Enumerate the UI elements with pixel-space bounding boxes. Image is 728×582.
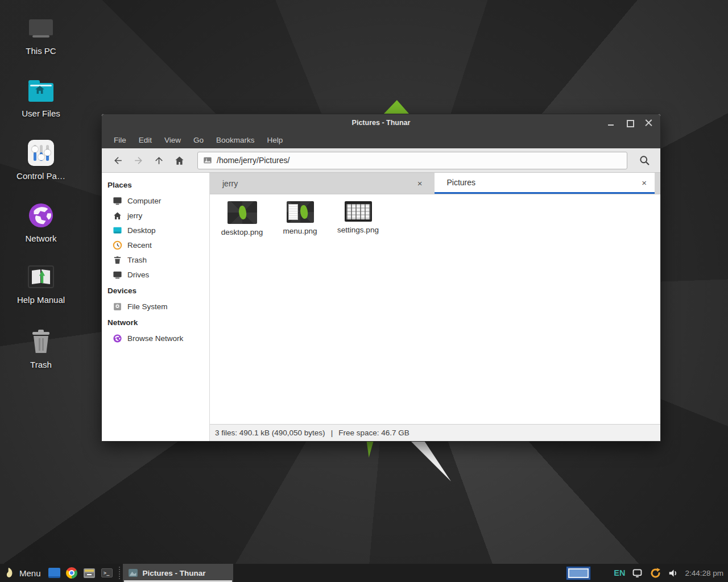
sliders-icon bbox=[27, 140, 55, 166]
trash-icon bbox=[27, 329, 55, 355]
close-button[interactable] bbox=[645, 119, 652, 127]
update-manager-icon[interactable] bbox=[650, 567, 661, 579]
menu-button-label: Menu bbox=[19, 568, 41, 578]
menu-button[interactable]: Menu bbox=[0, 564, 46, 582]
status-separator: | bbox=[331, 429, 333, 437]
desktop-icon-trash[interactable]: Trash bbox=[11, 329, 71, 369]
menu-help[interactable]: Help bbox=[261, 131, 289, 148]
desktop-icon-control-panel[interactable]: Control Pa… bbox=[11, 140, 71, 181]
task-button-label: Pictures - Thunar bbox=[143, 569, 206, 577]
sidebar-header-network: Network bbox=[102, 314, 209, 331]
show-desktop-launcher[interactable] bbox=[46, 564, 63, 582]
clock[interactable]: 2:44:28 pm bbox=[685, 569, 723, 577]
workspace-1[interactable] bbox=[568, 568, 589, 578]
globe-icon bbox=[113, 334, 122, 343]
sidebar-item-label: Desktop bbox=[127, 226, 156, 235]
sidebar-item-browse-network[interactable]: Browse Network bbox=[102, 331, 209, 346]
home-button[interactable] bbox=[169, 151, 189, 169]
terminal-launcher[interactable]: >_ bbox=[98, 564, 116, 582]
chrome-icon bbox=[66, 567, 77, 579]
desktop-icon-help-manual[interactable]: Help Manual bbox=[11, 264, 71, 305]
keyboard-layout-indicator[interactable]: EN bbox=[614, 568, 625, 577]
sidebar-item-label: Browse Network bbox=[127, 334, 183, 343]
globe-icon bbox=[27, 202, 55, 228]
task-button-thunar[interactable]: Pictures - Thunar bbox=[123, 564, 233, 582]
desktop-icon-label: Help Manual bbox=[17, 295, 65, 305]
sidebar-item-jerry[interactable]: jerry bbox=[102, 208, 209, 223]
tab-bar: jerry × Pictures × bbox=[210, 173, 660, 194]
tab-pictures[interactable]: Pictures × bbox=[435, 173, 655, 194]
titlebar[interactable]: Pictures - Thunar bbox=[102, 114, 660, 131]
path-bar[interactable]: /home/jerry/Pictures/ bbox=[197, 152, 627, 169]
manual-book-icon bbox=[27, 264, 55, 290]
tab-label: Pictures bbox=[447, 178, 476, 187]
desktop-icon-this-pc[interactable]: This PC bbox=[11, 15, 71, 56]
main-column: jerry × Pictures × desktop.png bbox=[210, 173, 660, 441]
menu-go[interactable]: Go bbox=[187, 131, 210, 148]
image-icon bbox=[203, 156, 212, 165]
mint-logo-icon bbox=[5, 567, 14, 579]
clock-icon bbox=[113, 240, 122, 250]
menu-edit[interactable]: Edit bbox=[133, 131, 158, 148]
back-button[interactable] bbox=[107, 151, 128, 169]
sidebar-item-label: Recent bbox=[127, 241, 152, 250]
file-settings-png[interactable]: settings.png bbox=[330, 199, 386, 234]
sidebar-header-devices: Devices bbox=[102, 282, 209, 299]
home-folder-icon bbox=[27, 77, 55, 103]
file-menu-png[interactable]: menu.png bbox=[272, 199, 328, 235]
display-tray-icon[interactable] bbox=[632, 568, 643, 578]
path-text: /home/jerry/Pictures/ bbox=[217, 156, 289, 165]
sidebar-item-computer[interactable]: Computer bbox=[102, 193, 209, 208]
desktop-icon-label: Trash bbox=[30, 360, 52, 369]
home-icon bbox=[174, 155, 185, 166]
search-icon bbox=[639, 155, 651, 167]
menu-file[interactable]: File bbox=[107, 131, 133, 148]
window-title: Pictures - Thunar bbox=[102, 119, 660, 127]
file-name: desktop.png bbox=[221, 228, 263, 236]
status-bar: 3 files: 490.1 kB (490,050 bytes) | Free… bbox=[210, 424, 660, 441]
file-desktop-png[interactable]: desktop.png bbox=[214, 199, 270, 236]
desktop-icon-network[interactable]: Network bbox=[11, 202, 71, 243]
forward-button[interactable] bbox=[128, 151, 148, 169]
menu-bookmarks[interactable]: Bookmarks bbox=[210, 131, 261, 148]
sidebar-item-recent[interactable]: Recent bbox=[102, 238, 209, 252]
desktop-icon bbox=[113, 226, 122, 235]
desktop-icon-label: User Files bbox=[22, 109, 60, 118]
maximize-button[interactable] bbox=[626, 119, 634, 127]
tab-label: jerry bbox=[222, 179, 238, 188]
status-free-space: Free space: 46.7 GB bbox=[338, 429, 410, 437]
tab-close-icon[interactable]: × bbox=[417, 179, 423, 188]
tab-jerry[interactable]: jerry × bbox=[210, 173, 431, 194]
sidebar-item-desktop[interactable]: Desktop bbox=[102, 223, 209, 238]
harddisk-icon bbox=[113, 302, 122, 311]
file-thumbnail bbox=[345, 201, 372, 222]
up-button[interactable] bbox=[148, 151, 169, 169]
menu-view[interactable]: View bbox=[158, 131, 187, 148]
workspace-switcher[interactable] bbox=[566, 566, 591, 580]
system-tray: EN bbox=[614, 567, 679, 579]
file-manager-launcher[interactable] bbox=[81, 564, 98, 582]
file-name: settings.png bbox=[337, 226, 379, 234]
computer-icon bbox=[113, 196, 122, 206]
tab-close-icon[interactable]: × bbox=[642, 178, 647, 187]
desktop-icon-user-files[interactable]: User Files bbox=[11, 77, 71, 118]
minimize-button[interactable] bbox=[607, 119, 615, 127]
search-button[interactable] bbox=[634, 151, 655, 169]
sidebar-item-file-system[interactable]: File System bbox=[102, 299, 209, 314]
files-view[interactable]: desktop.png menu.png settings.png bbox=[210, 194, 660, 424]
desktop-icon-label: Network bbox=[25, 234, 56, 243]
arrow-up-icon bbox=[154, 155, 164, 166]
status-files-info: 3 files: 490.1 kB (490,050 bytes) bbox=[215, 429, 325, 437]
desktop-icon-label: This PC bbox=[26, 46, 56, 56]
taskbar: Menu >_ Pictures - Thunar EN bbox=[0, 564, 728, 582]
sidebar-item-label: Trash bbox=[127, 256, 147, 264]
sidebar-item-trash[interactable]: Trash bbox=[102, 252, 209, 267]
desktop-icon-label: Control Pa… bbox=[16, 171, 65, 181]
sidebar-item-label: Drives bbox=[127, 271, 149, 279]
image-window-icon bbox=[129, 569, 138, 577]
volume-icon[interactable] bbox=[668, 568, 679, 578]
chrome-launcher[interactable] bbox=[63, 564, 81, 582]
toolbar: /home/jerry/Pictures/ bbox=[102, 148, 660, 173]
desktop-icon bbox=[48, 568, 60, 578]
sidebar-item-drives[interactable]: Drives bbox=[102, 267, 209, 282]
